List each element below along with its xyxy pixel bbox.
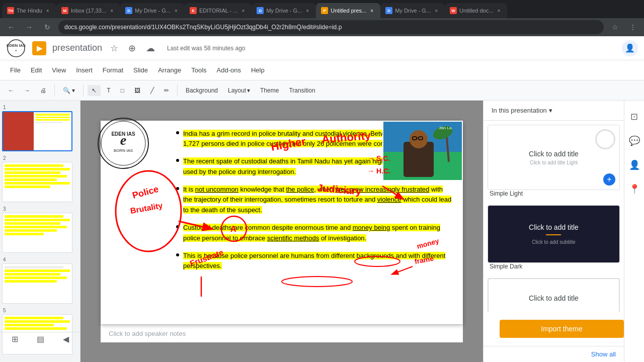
theme-scope-label: In this presentation	[492, 107, 547, 114]
tab-1-close[interactable]: ×	[44, 7, 51, 14]
slide-thumb-4[interactable]: 4	[2, 257, 78, 304]
svg-point-0	[8, 40, 25, 57]
grid-view-icon[interactable]: ⊞	[12, 334, 18, 344]
theme-scope-dropdown[interactable]: In this presentation ▾	[492, 107, 552, 114]
user-avatar[interactable]: 👤	[622, 40, 638, 56]
theme-item-simple-light[interactable]: Click to add title Click to add title Li…	[488, 125, 620, 197]
slide-preview-1[interactable]	[2, 111, 72, 151]
zoom-button[interactable]: 🔍 ▾	[59, 85, 79, 96]
menu-edit[interactable]: Edit	[27, 64, 46, 76]
slides-sidebar-icon[interactable]: ⊡	[626, 109, 642, 125]
slide-thumb-3[interactable]: 3	[2, 206, 78, 253]
text-tool[interactable]: T	[103, 85, 114, 96]
bullet-dot-5	[176, 253, 179, 256]
add-theme-icon[interactable]: +	[603, 173, 615, 186]
app-logo-svg: EDEN IAS e	[6, 39, 26, 57]
transition-button[interactable]: Transition	[285, 85, 319, 96]
app-title: presentation	[52, 43, 102, 53]
theme-preview-simple-dark[interactable]: Click to add title Click to add subtitle	[488, 205, 620, 263]
menu-format[interactable]: Format	[99, 64, 127, 76]
tab-5-favicon: D	[257, 7, 264, 14]
import-theme-button[interactable]: Import theme	[500, 320, 624, 338]
theme-preview-third[interactable]: Click to add title	[488, 278, 620, 312]
tab-4[interactable]: E EDITORIAL - ... ×	[185, 3, 252, 18]
last-edit-text: Last edit was 58 minutes ago	[167, 45, 245, 52]
bullet-text-3: It is not uncommon knowledge that the po…	[183, 185, 453, 216]
menu-view[interactable]: View	[48, 64, 70, 76]
people-icon[interactable]: 👤	[626, 157, 642, 173]
cursor-tool[interactable]: ↖	[88, 85, 101, 96]
slide-num-4: 4	[2, 257, 78, 262]
tab-2-close[interactable]: ×	[108, 7, 115, 14]
theme-preview-simple-light[interactable]: Click to add title Click to add title Li…	[488, 125, 620, 190]
bullet-dot-1	[176, 131, 179, 134]
menu-help[interactable]: Help	[247, 64, 269, 76]
folder-icon[interactable]: ⊕	[126, 41, 138, 56]
menu-button[interactable]: ⋮	[626, 20, 640, 34]
tab-4-favicon: E	[190, 7, 197, 14]
tab-4-close[interactable]: ×	[239, 7, 247, 14]
tab-7-close[interactable]: ×	[433, 7, 440, 14]
image-tool[interactable]: 🖼	[130, 85, 144, 96]
url-bar[interactable]: docs.google.com/presentation/d/1UX4OBKs2…	[58, 20, 604, 34]
draw-tool[interactable]: ✏	[160, 85, 173, 96]
logo-watermark: EDEN IAS e BORN IAS	[96, 116, 151, 171]
tab-8[interactable]: W Untitled doc... ×	[445, 3, 507, 18]
theme-item-third[interactable]: Click to add title	[488, 278, 620, 312]
layout-label: Layout	[228, 87, 246, 94]
print-button[interactable]: 🖨	[36, 85, 50, 96]
undo-button[interactable]: ←	[4, 85, 18, 96]
tab-1[interactable]: TH The Hindu ×	[2, 3, 56, 18]
bookmark-button[interactable]: ☆	[608, 20, 622, 34]
theme-item-simple-dark[interactable]: Click to add title Click to add subtitle…	[488, 205, 620, 270]
tab-3-favicon: D	[125, 7, 132, 14]
menu-addons[interactable]: Add-ons	[213, 64, 245, 76]
shape-tool[interactable]: □	[117, 85, 128, 96]
collapse-panel-icon[interactable]: ◀	[63, 334, 69, 344]
url-text: docs.google.com/presentation/d/1UX4OBKs2…	[64, 24, 342, 31]
tab-6[interactable]: P Untitled pres... ×	[316, 3, 380, 18]
slide-thumb-2[interactable]: 2	[2, 155, 78, 202]
tab-3-close[interactable]: ×	[173, 7, 180, 14]
tab-5-close[interactable]: ×	[304, 7, 311, 14]
tab-8-close[interactable]: ×	[495, 7, 502, 14]
menu-slide[interactable]: Slide	[129, 64, 152, 76]
refresh-button[interactable]: ↻	[40, 20, 54, 34]
theme-panel: In this presentation ▾ Click to add titl…	[483, 101, 624, 362]
menu-arrange[interactable]: Arrange	[154, 64, 185, 76]
forward-button[interactable]: →	[22, 20, 36, 34]
tab-5-title: My Drive - G...	[266, 8, 302, 14]
tab-7[interactable]: D My Drive - G... ×	[380, 3, 445, 18]
background-button[interactable]: Background	[182, 85, 222, 96]
show-all-link[interactable]: Show all	[591, 350, 616, 358]
comments-icon[interactable]: 💬	[626, 133, 642, 149]
line-tool[interactable]: ╱	[146, 85, 158, 96]
slide-thumb-1[interactable]: 1	[2, 105, 78, 151]
tab-3[interactable]: D My Drive - G... ×	[120, 3, 185, 18]
tab-3-title: My Drive - G...	[135, 8, 171, 14]
back-button[interactable]: ←	[4, 20, 18, 34]
menu-insert[interactable]: Insert	[72, 64, 97, 76]
menu-file[interactable]: File	[6, 64, 25, 76]
slide-preview-3[interactable]	[2, 213, 72, 253]
sidebar-icon-strip: ⊡ 💬 👤 📍	[624, 101, 644, 362]
layout-button[interactable]: Layout ▾	[224, 85, 254, 96]
maps-icon[interactable]: 📍	[626, 181, 642, 197]
slide-preview-4[interactable]	[2, 263, 72, 304]
simple-light-decoration	[595, 129, 615, 149]
tab-2[interactable]: M Inbox (17,33... ×	[56, 3, 120, 18]
tab-6-close[interactable]: ×	[368, 7, 375, 14]
star-icon[interactable]: ☆	[108, 41, 120, 56]
speaker-notes[interactable]: Click to add speaker notes	[101, 324, 463, 342]
slide-preview-2[interactable]	[2, 162, 72, 202]
theme-button[interactable]: Theme	[256, 85, 283, 96]
slide-num-5: 5	[2, 308, 78, 313]
tab-5[interactable]: D My Drive - G... ×	[252, 3, 316, 18]
slides-app-icon: ▶	[32, 41, 46, 55]
filmstrip-icon[interactable]: ▤	[37, 334, 44, 344]
cloud-icon[interactable]: ☁	[144, 41, 157, 56]
slide-thumb-5[interactable]: 5	[2, 308, 78, 354]
simple-light-title: Click to add title	[529, 150, 579, 158]
menu-tools[interactable]: Tools	[187, 64, 210, 76]
redo-button[interactable]: →	[20, 85, 34, 96]
